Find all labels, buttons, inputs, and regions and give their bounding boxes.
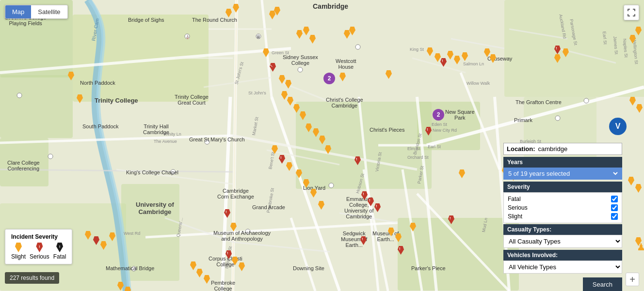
svg-point-84 <box>48 154 53 159</box>
svg-point-85 <box>205 139 209 144</box>
severity-slight-label: Slight <box>508 213 522 220</box>
svg-point-82 <box>355 45 360 49</box>
results-badge: 227 results found <box>5 272 59 284</box>
svg-text:Trinity Ln: Trinity Ln <box>163 132 181 137</box>
legend-item-slight: Slight <box>11 243 26 260</box>
svg-text:West Rd: West Rd <box>124 231 140 236</box>
vehicles-section-header: Vehicles Involved: <box>503 250 622 260</box>
svg-point-81 <box>298 67 303 72</box>
map-type-satellite-button[interactable]: Satellite <box>31 5 67 18</box>
svg-text:Willow Walk: Willow Walk <box>467 81 490 86</box>
fatal-pin-icon: ! <box>56 243 63 252</box>
svg-text:King St: King St <box>410 47 424 52</box>
svg-point-90 <box>584 98 589 103</box>
legend-item-fatal: ! Fatal <box>53 243 66 260</box>
svg-point-86 <box>171 169 176 174</box>
casualty-types-select[interactable]: All Casualty Types Pedestrian Cyclist Mo… <box>503 235 622 248</box>
severity-serious: Serious <box>508 203 618 212</box>
years-section-header: Years <box>503 157 622 168</box>
slight-pin-icon <box>15 243 22 252</box>
svg-point-89 <box>131 266 136 271</box>
severity-slight: Slight <box>508 212 618 221</box>
years-select-row: 5 of 19 years selected <box>503 168 622 180</box>
svg-text:🏛: 🏛 <box>257 34 260 39</box>
legend: Incident Severity Slight ! Serious ! Fat… <box>5 229 72 264</box>
cluster-marker-2a[interactable]: 2 <box>323 73 335 84</box>
svg-rect-6 <box>417 102 480 150</box>
location-input[interactable] <box>538 145 620 153</box>
svg-text:The Avenue: The Avenue <box>154 139 177 144</box>
right-panel: Location: Years 5 of 19 years selected S… <box>503 143 622 291</box>
location-row: Location: <box>503 143 622 155</box>
svg-point-87 <box>329 183 334 188</box>
svg-text:Eden St: Eden St <box>432 122 448 127</box>
severity-serious-checkbox[interactable] <box>611 204 618 211</box>
legend-items: Slight ! Serious ! Fatal <box>11 243 66 260</box>
cluster-marker-2b[interactable]: 2 <box>433 109 444 121</box>
svg-point-91 <box>555 116 560 121</box>
svg-text:Earl St: Earl St <box>428 144 441 149</box>
severity-fatal: Fatal <box>508 195 618 203</box>
search-row: Search <box>503 276 622 291</box>
fullscreen-button[interactable] <box>624 5 639 20</box>
legend-fatal-label: Fatal <box>53 253 66 260</box>
legend-serious-label: Serious <box>30 253 49 260</box>
svg-rect-4 <box>0 138 48 186</box>
severity-section: Fatal Serious Slight <box>503 192 622 223</box>
location-label: Location: <box>507 145 535 153</box>
casualty-section-header: Casualty Types: <box>503 224 622 235</box>
svg-text:New City Rd: New City Rd <box>433 128 457 133</box>
svg-text:⛪: ⛪ <box>185 34 190 39</box>
svg-point-83 <box>17 93 22 98</box>
serious-pin-icon: ! <box>36 243 43 252</box>
severity-serious-label: Serious <box>508 204 528 211</box>
years-select[interactable]: 5 of 19 years selected <box>506 169 619 178</box>
map-container: River Cam <box>0 0 644 291</box>
svg-text:Green St: Green St <box>272 50 290 55</box>
vehicles-select[interactable]: All Vehicle Types Car Bicycle Motorcycle… <box>503 260 622 274</box>
map-type-control: Map Satellite <box>5 5 68 19</box>
svg-text:St John's: St John's <box>248 91 266 95</box>
legend-title: Incident Severity <box>11 233 66 240</box>
severity-fatal-label: Fatal <box>508 196 521 202</box>
severity-fatal-checkbox[interactable] <box>611 196 618 202</box>
map-type-map-button[interactable]: Map <box>5 5 31 18</box>
add-button[interactable]: + <box>626 273 639 286</box>
svg-point-88 <box>245 229 250 234</box>
v-marker[interactable]: V <box>609 118 627 135</box>
severity-slight-checkbox[interactable] <box>611 213 618 220</box>
svg-text:Orchard St: Orchard St <box>407 155 429 160</box>
svg-text:Salmon Ln: Salmon Ln <box>463 61 484 66</box>
severity-section-header: Severity <box>503 182 622 192</box>
search-button[interactable]: Search <box>583 277 622 291</box>
legend-slight-label: Slight <box>11 253 26 260</box>
legend-item-serious: ! Serious <box>30 243 49 260</box>
svg-rect-3 <box>0 75 73 138</box>
